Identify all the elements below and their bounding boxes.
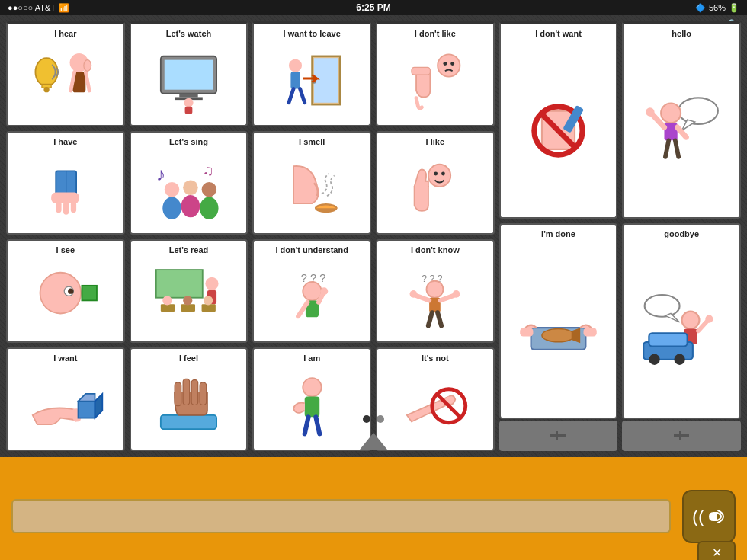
- svg-point-31: [162, 197, 181, 219]
- svg-point-99: [661, 103, 681, 123]
- card-label-lets-read: Let's read: [169, 244, 209, 257]
- svg-point-16: [68, 288, 73, 293]
- card-lets-read[interactable]: Let's read: [130, 239, 248, 343]
- status-right: 🔷 56% 🔋: [695, 3, 739, 13]
- bluetooth-icon: 🔷: [695, 3, 706, 13]
- svg-rect-24: [179, 93, 197, 97]
- card-its-not[interactable]: It's not: [376, 347, 495, 451]
- card-label-goodbye: goodbye: [664, 228, 699, 241]
- svg-point-106: [644, 295, 679, 317]
- svg-point-108: [681, 312, 699, 329]
- card-i-hear[interactable]: I hear: [6, 21, 125, 126]
- svg-rect-48: [191, 379, 198, 405]
- svg-rect-43: [202, 304, 216, 312]
- pagination-dot-2[interactable]: [377, 415, 384, 423]
- card-label-i-feel: I feel: [179, 352, 198, 365]
- card-i-like[interactable]: I like: [376, 131, 495, 235]
- bottom-bar: (( ✕: [0, 457, 747, 560]
- card-i-want[interactable]: I want: [6, 347, 125, 451]
- card-lets-sing[interactable]: Let's sing ♪ ♫: [130, 131, 248, 235]
- card-i-dont-know[interactable]: I don't know ? ? ?: [376, 239, 495, 343]
- column-2: Let's watch Let's sing: [130, 21, 248, 451]
- card-grid: I hear: [6, 21, 741, 451]
- svg-line-66: [304, 417, 308, 434]
- column-6-scroll[interactable]: [622, 421, 741, 451]
- column-5-scroll[interactable]: [499, 421, 618, 451]
- card-image-i-want-to-leave: [257, 40, 367, 122]
- card-label-i-want-to-leave: I want to leave: [284, 27, 341, 40]
- card-i-dont-like[interactable]: I don't like: [376, 21, 495, 126]
- svg-point-26: [184, 98, 193, 107]
- svg-rect-96: [556, 431, 558, 440]
- svg-rect-17: [82, 286, 98, 301]
- card-label-im-done: I'm done: [541, 228, 575, 241]
- card-label-i-want: I want: [53, 352, 77, 365]
- card-i-feel[interactable]: I feel: [130, 347, 248, 451]
- scroll-up-arrow[interactable]: [360, 433, 387, 450]
- svg-point-76: [427, 281, 444, 298]
- svg-point-14: [40, 273, 82, 314]
- svg-point-115: [674, 354, 684, 365]
- card-label-i-dont-like: I don't like: [415, 27, 456, 40]
- svg-point-40: [162, 296, 172, 305]
- svg-line-83: [438, 312, 441, 325]
- card-label-lets-watch: Let's watch: [166, 27, 211, 40]
- card-label-i-dont-understand: I don't understand: [275, 244, 348, 257]
- status-bar: ●●○○○ AT&T 📶 6:25 PM 🔷 56% 🔋: [0, 0, 747, 15]
- svg-rect-39: [161, 304, 175, 312]
- svg-line-104: [665, 140, 668, 157]
- svg-marker-107: [665, 313, 680, 322]
- svg-point-32: [183, 180, 198, 195]
- battery-icon: 🔋: [729, 3, 739, 13]
- card-i-want-to-leave[interactable]: I want to leave: [252, 21, 371, 126]
- svg-rect-71: [412, 67, 430, 75]
- column-1: I hear: [6, 21, 125, 451]
- card-label-i-dont-know: I don't know: [411, 244, 460, 257]
- card-im-done[interactable]: I'm done: [499, 223, 618, 419]
- svg-line-6: [86, 72, 90, 90]
- svg-point-35: [200, 197, 218, 219]
- svg-marker-21: [95, 394, 103, 418]
- svg-point-72: [428, 165, 450, 187]
- card-i-dont-want[interactable]: I don't want: [499, 21, 618, 219]
- pagination-dot-1[interactable]: [363, 415, 370, 423]
- card-image-i-see: [11, 257, 120, 338]
- svg-point-111: [705, 315, 713, 323]
- svg-rect-36: [156, 270, 203, 298]
- card-i-have[interactable]: I have: [6, 131, 125, 235]
- card-label-i-smell: I smell: [299, 136, 325, 149]
- card-lets-watch[interactable]: Let's watch: [130, 21, 248, 126]
- card-i-smell[interactable]: I smell: [252, 131, 371, 235]
- svg-point-73: [434, 171, 438, 175]
- card-i-dont-understand[interactable]: I don't understand ? ? ?: [252, 239, 371, 343]
- clear-button[interactable]: ✕: [697, 541, 736, 560]
- pagination: [363, 415, 384, 423]
- svg-rect-19: [79, 401, 95, 418]
- card-image-i-have: [11, 149, 120, 230]
- svg-marker-20: [79, 394, 95, 402]
- svg-rect-45: [161, 415, 216, 429]
- svg-rect-51: [314, 58, 338, 103]
- speak-button[interactable]: ((: [682, 490, 736, 543]
- card-label-i-hear: I hear: [54, 27, 76, 40]
- card-label-i-have: I have: [53, 136, 77, 149]
- card-hello[interactable]: hello: [622, 21, 741, 219]
- speak-waveform-icon: [704, 506, 726, 527]
- card-label-i-am: I am: [303, 352, 320, 365]
- battery-text: 56%: [709, 3, 726, 12]
- card-i-am[interactable]: I am: [252, 347, 371, 451]
- card-image-i-dont-understand: ? ? ?: [257, 257, 367, 338]
- svg-point-7: [84, 60, 91, 72]
- card-goodbye[interactable]: goodbye: [622, 223, 741, 419]
- text-output-area[interactable]: [11, 499, 671, 533]
- svg-rect-11: [56, 201, 62, 213]
- card-i-see[interactable]: I see: [6, 239, 125, 343]
- clear-icon: ✕: [712, 546, 722, 560]
- svg-point-64: [303, 378, 321, 396]
- card-image-im-done: [504, 241, 614, 414]
- card-image-goodbye: [627, 241, 736, 414]
- svg-point-44: [204, 296, 213, 305]
- svg-rect-46: [175, 382, 181, 406]
- card-image-hello: [627, 40, 736, 214]
- svg-text:♫: ♫: [203, 162, 214, 178]
